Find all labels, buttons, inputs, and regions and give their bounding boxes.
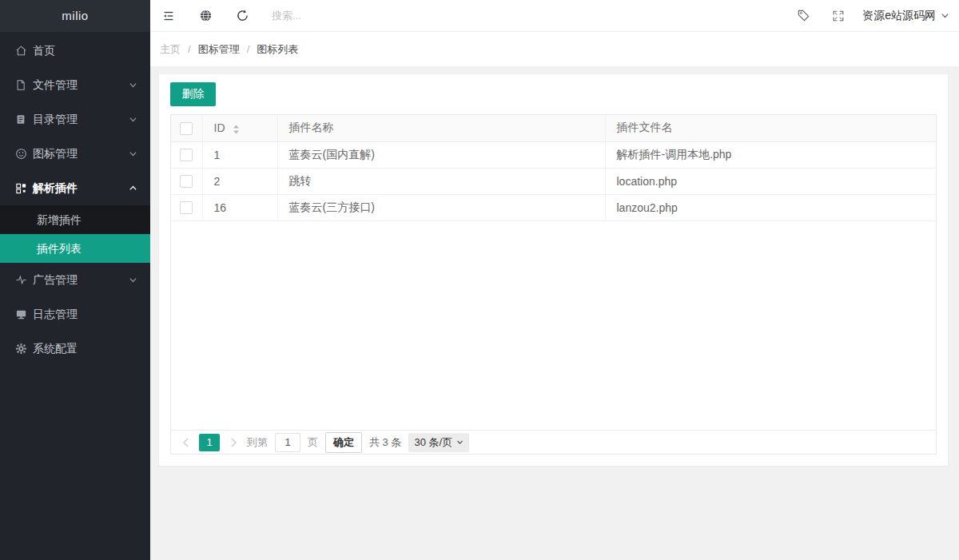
column-header-file: 插件文件名 xyxy=(617,121,673,133)
table-empty-space xyxy=(171,221,936,431)
plugin-list-card: 删除 ID xyxy=(159,74,948,466)
chevron-down-icon xyxy=(129,115,137,124)
globe-icon[interactable] xyxy=(187,0,224,32)
chevron-down-icon xyxy=(129,276,137,284)
sidebar-item-label: 日志管理 xyxy=(33,308,137,322)
chevron-down-icon xyxy=(129,149,137,158)
current-page[interactable]: 1 xyxy=(199,434,220,451)
topbar-right: 资源e站源码网 xyxy=(786,0,959,32)
fullscreen-icon[interactable] xyxy=(821,0,856,32)
pagination-bar: 1 到第 页 确定 共 3 条 30 条/页 xyxy=(171,430,936,454)
cell-id: 1 xyxy=(202,141,277,168)
table-toolbar: 删除 xyxy=(170,82,937,106)
sidebar-item-logs[interactable]: 日志管理 xyxy=(0,297,150,332)
cell-plugin-name: 蓝奏云(三方接口) xyxy=(277,194,605,220)
file-icon xyxy=(14,79,27,92)
pulse-icon xyxy=(14,274,27,287)
components-icon xyxy=(14,182,27,195)
sidebar-subitem-add-plugin[interactable]: 新增插件 xyxy=(0,205,150,234)
search-input[interactable] xyxy=(272,10,408,22)
app-logo: milio xyxy=(0,0,150,32)
prev-page-button[interactable] xyxy=(179,434,192,451)
plugin-table: ID 插件名称 插件文件名 xyxy=(171,115,936,221)
breadcrumb-separator: / xyxy=(188,43,191,55)
sidebar-item-files[interactable]: 文件管理 xyxy=(0,68,150,102)
home-icon xyxy=(14,45,27,58)
sidebar-item-label: 广告管理 xyxy=(33,273,129,288)
table-container: ID 插件名称 插件文件名 xyxy=(170,114,937,455)
total-count-label: 共 3 条 xyxy=(369,435,401,450)
table-row: 16 蓝奏云(三方接口) lanzou2.php xyxy=(171,194,936,220)
row-checkbox[interactable] xyxy=(180,201,193,214)
collapse-menu-icon[interactable] xyxy=(150,0,187,32)
breadcrumb-separator: / xyxy=(247,43,250,55)
main-area: 资源e站源码网 主页 / 图标管理 / 图标列表 删除 xyxy=(150,0,959,560)
breadcrumb-current: 图标列表 xyxy=(257,42,298,57)
cell-plugin-file: location.php xyxy=(605,168,936,194)
tag-icon[interactable] xyxy=(786,0,821,32)
chevron-down-icon xyxy=(941,11,949,20)
sidebar-item-catalog[interactable]: 目录管理 xyxy=(0,102,150,137)
cell-id: 2 xyxy=(202,168,277,194)
sidebar-nav: 首页 文件管理 目录管理 图标管理 xyxy=(0,32,150,560)
page-size-value: 30 条/页 xyxy=(414,435,452,450)
sidebar-item-label: 首页 xyxy=(33,44,137,58)
topbar: 资源e站源码网 xyxy=(150,0,959,32)
user-menu[interactable]: 资源e站源码网 xyxy=(862,9,949,23)
monitor-icon xyxy=(14,308,27,321)
sidebar-item-label: 系统配置 xyxy=(33,342,137,356)
cell-id: 16 xyxy=(202,194,277,220)
cell-plugin-file: lanzou2.php xyxy=(605,194,936,220)
sidebar-item-label: 文件管理 xyxy=(33,78,129,93)
sidebar-item-home[interactable]: 首页 xyxy=(0,34,150,68)
content-area: 删除 ID xyxy=(150,66,959,560)
sidebar-item-plugins[interactable]: 解析插件 xyxy=(0,171,150,205)
app-layout: milio 首页 文件管理 目录管理 xyxy=(0,0,959,560)
select-all-checkbox[interactable] xyxy=(180,122,193,135)
delete-button[interactable]: 删除 xyxy=(170,82,216,106)
chevron-down-icon xyxy=(129,81,137,89)
row-checkbox[interactable] xyxy=(180,175,193,188)
page-size-select[interactable]: 30 条/页 xyxy=(408,433,469,452)
next-page-button[interactable] xyxy=(227,434,240,451)
cell-plugin-file: 解析插件-调用本地.php xyxy=(605,141,936,168)
sidebar-item-settings[interactable]: 系统配置 xyxy=(0,332,150,366)
refresh-icon[interactable] xyxy=(224,0,261,32)
smiley-icon xyxy=(14,148,27,161)
table-header-row: ID 插件名称 插件文件名 xyxy=(171,115,936,141)
column-header-id[interactable]: ID xyxy=(214,121,225,134)
sidebar-item-label: 图标管理 xyxy=(33,147,129,161)
page-suffix-label: 页 xyxy=(308,435,318,450)
chevron-down-icon xyxy=(456,439,464,446)
sort-icon[interactable] xyxy=(233,125,240,134)
plugins-submenu: 新增插件 插件列表 xyxy=(0,205,150,263)
page-number-input[interactable] xyxy=(275,433,300,452)
row-checkbox[interactable] xyxy=(180,149,193,161)
sidebar-item-label: 解析插件 xyxy=(33,181,129,196)
table-row: 1 蓝奏云(国内直解) 解析插件-调用本地.php xyxy=(171,141,936,168)
sidebar-item-ads[interactable]: 广告管理 xyxy=(0,263,150,297)
sidebar-item-icons[interactable]: 图标管理 xyxy=(0,137,150,171)
username: 资源e站源码网 xyxy=(862,9,936,23)
sidebar: milio 首页 文件管理 目录管理 xyxy=(0,0,150,560)
sidebar-item-label: 目录管理 xyxy=(33,113,129,127)
cell-plugin-name: 跳转 xyxy=(277,168,605,194)
gear-icon xyxy=(14,343,27,355)
breadcrumb-section: 图标管理 xyxy=(198,42,240,57)
breadcrumb: 主页 / 图标管理 / 图标列表 xyxy=(150,32,959,66)
table-row: 2 跳转 location.php xyxy=(171,168,936,194)
breadcrumb-home[interactable]: 主页 xyxy=(160,42,181,57)
goto-label: 到第 xyxy=(247,435,268,450)
cell-plugin-name: 蓝奏云(国内直解) xyxy=(277,141,605,168)
sidebar-subitem-plugin-list[interactable]: 插件列表 xyxy=(0,234,150,263)
chevron-up-icon xyxy=(129,184,137,193)
column-header-name: 插件名称 xyxy=(289,121,334,133)
confirm-page-button[interactable]: 确定 xyxy=(325,432,362,453)
catalog-icon xyxy=(14,113,27,126)
